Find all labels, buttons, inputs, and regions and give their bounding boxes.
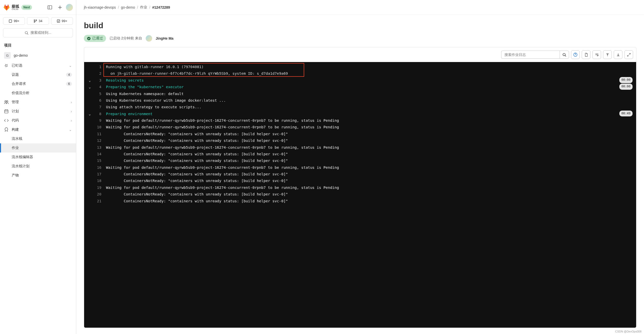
collapse-arrow-icon[interactable]: ⌄: [86, 77, 93, 84]
panel-icon[interactable]: [45, 3, 54, 12]
nav-merge-requests[interactable]: 合并请求 6: [0, 79, 76, 88]
raw-button[interactable]: [582, 50, 590, 59]
breadcrumb-project[interactable]: go-demo: [121, 5, 135, 9]
log-line[interactable]: 5Using Kubernetes namespace: default: [84, 90, 636, 97]
nav-value-stream[interactable]: 价值流分析: [0, 88, 76, 98]
help-button[interactable]: [571, 50, 580, 59]
project-link[interactable]: G go-demo: [0, 50, 76, 61]
nav-manage[interactable]: 管理 ›: [0, 98, 76, 107]
log-text: Preparing the "kubernetes" executor: [106, 84, 184, 90]
breadcrumb-id[interactable]: #12472289: [152, 5, 170, 9]
log-search-input[interactable]: [501, 51, 560, 59]
nav-artifacts[interactable]: 产物: [0, 171, 76, 180]
issues-stat[interactable]: 99+: [3, 17, 25, 25]
log-line[interactable]: 17 ContainersNotReady: "containers with …: [84, 171, 636, 177]
log-line[interactable]: 15 ContainersNotReady: "containers with …: [84, 157, 636, 164]
nav-build[interactable]: 构建 ⌄: [0, 125, 76, 134]
log-line[interactable]: 6Using Kubernetes executor with image do…: [84, 97, 636, 104]
line-number: 5: [93, 90, 101, 97]
line-number: 15: [93, 157, 101, 164]
launched-text: 已启动 2分钟前 来自: [110, 36, 142, 41]
log-line[interactable]: 2 on jh-gitlab-runner-runner-6f7c4bf7dc-…: [84, 70, 636, 77]
editor-label: 流水线编辑器: [12, 155, 33, 159]
pinned-label: 已钉选: [12, 63, 22, 68]
log-line[interactable]: 16Waiting for pod default/runner-qyrwb5s…: [84, 164, 636, 171]
svg-point-9: [25, 31, 27, 34]
merge-stat[interactable]: 34: [27, 17, 49, 25]
nav-editor[interactable]: 流水线编辑器: [0, 153, 76, 162]
todo-stat[interactable]: 99+: [51, 17, 73, 25]
svg-line-10: [27, 34, 28, 35]
log-body[interactable]: 1Running with gitlab-runner 16.0.1 (7970…: [84, 62, 636, 328]
svg-point-11: [5, 101, 6, 102]
watermark: CSDN @DevOps008: [615, 330, 641, 333]
author-name[interactable]: JingHe Ma: [156, 36, 174, 40]
scroll-bottom-button[interactable]: [614, 50, 622, 59]
nav-issues[interactable]: 议题 4: [0, 70, 76, 79]
log-text: Running with gitlab-runner 16.0.1 (79704…: [106, 64, 204, 70]
scroll-top-button[interactable]: [603, 50, 612, 59]
line-number: 10: [93, 124, 101, 130]
nav-pinned[interactable]: 已钉选 ⌄: [0, 61, 76, 70]
breadcrumb-sep: /: [149, 5, 150, 9]
issues-count: 99+: [14, 19, 19, 23]
merge-count: 34: [39, 19, 42, 23]
nav-jobs[interactable]: 作业: [0, 143, 76, 153]
nav-pipelines[interactable]: 流水线: [0, 134, 76, 143]
log-text: Waiting for pod default/runner-qyrwb5sb9…: [106, 164, 339, 171]
log-line[interactable]: 19Waiting for pod default/runner-qyrwb5s…: [84, 184, 636, 191]
log-text: ContainersNotReady: "containers with unr…: [106, 198, 288, 204]
log-line[interactable]: 20 ContainersNotReady: "containers with …: [84, 191, 636, 198]
search-icon: [25, 31, 28, 35]
sidebar-search[interactable]: 搜索或转到...: [3, 28, 73, 37]
merge-icon: [34, 19, 37, 23]
log-text: ContainersNotReady: "containers with unr…: [106, 137, 288, 144]
nav-code[interactable]: 代码 ›: [0, 116, 76, 125]
log-search: [501, 51, 569, 59]
users-icon: [4, 100, 9, 104]
svg-point-18: [563, 53, 565, 55]
log-line[interactable]: ⌄8Preparing environment00:49: [84, 111, 636, 117]
line-number: 1: [93, 64, 101, 70]
log-line[interactable]: 14 ContainersNotReady: "containers with …: [84, 151, 636, 157]
plus-icon[interactable]: [56, 3, 64, 12]
svg-rect-13: [5, 110, 8, 113]
log-line[interactable]: 10Waiting for pod default/runner-qyrwb5s…: [84, 124, 636, 130]
log-line[interactable]: 9Waiting for pod default/runner-qyrwb5sb…: [84, 117, 636, 124]
author-avatar[interactable]: [146, 35, 152, 42]
log-line[interactable]: ⌄4Preparing the "kubernetes" executor00:…: [84, 84, 636, 90]
log-line[interactable]: ⌄3Resolving secrets00:00: [84, 77, 636, 84]
log-line[interactable]: 12 ContainersNotReady: "containers with …: [84, 137, 636, 144]
log-line[interactable]: 13Waiting for pod default/runner-qyrwb5s…: [84, 144, 636, 151]
log-duration: 00:00: [619, 84, 633, 90]
breadcrumb-group[interactable]: jh-xiaomage-devops: [84, 5, 116, 9]
collapse-arrow-icon[interactable]: ⌄: [86, 84, 93, 90]
log-search-button[interactable]: [560, 51, 569, 59]
log-line[interactable]: 11 ContainersNotReady: "containers with …: [84, 131, 636, 137]
line-number: 18: [93, 177, 101, 184]
fullscreen-button[interactable]: [624, 50, 633, 59]
wrap-button[interactable]: [592, 50, 601, 59]
line-number: 4: [93, 84, 101, 90]
log-duration: 00:00: [619, 77, 633, 83]
nav-schedules[interactable]: 流水线计划: [0, 162, 76, 171]
collapse-arrow-icon[interactable]: ⌄: [86, 111, 93, 117]
search-icon: [562, 53, 566, 57]
log-line[interactable]: 1Running with gitlab-runner 16.0.1 (7970…: [84, 64, 636, 70]
user-avatar[interactable]: [66, 4, 73, 11]
line-number: 20: [93, 191, 101, 198]
log-text: ContainersNotReady: "containers with unr…: [106, 131, 288, 137]
build-label: 构建: [12, 127, 19, 132]
log-line[interactable]: 21 ContainersNotReady: "containers with …: [84, 198, 636, 204]
line-number: 6: [93, 97, 101, 104]
log-toolbar: [84, 47, 636, 62]
nav-plan[interactable]: 计划 ›: [0, 107, 76, 116]
log-line[interactable]: 18 ContainersNotReady: "containers with …: [84, 177, 636, 184]
todo-icon: [57, 19, 60, 23]
line-number: 11: [93, 131, 101, 137]
log-text: Waiting for pod default/runner-qyrwb5sb9…: [106, 184, 339, 191]
search-placeholder: 搜索或转到...: [30, 31, 51, 35]
breadcrumb-jobs[interactable]: 作业: [140, 5, 147, 10]
log-line[interactable]: 7Using attach strategy to execute script…: [84, 104, 636, 110]
logo[interactable]: 极狐 GitLab: [3, 4, 19, 11]
